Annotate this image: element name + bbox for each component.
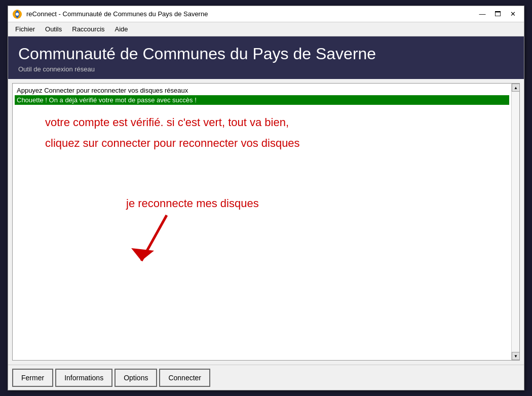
annotation-arrow bbox=[126, 210, 227, 271]
scroll-up-button[interactable]: ▲ bbox=[512, 84, 520, 92]
annotation-text-1: votre compte est vérifié. si c'est vert,… bbox=[15, 105, 509, 136]
scroll-down-button[interactable]: ▼ bbox=[512, 352, 520, 360]
arrow-annotation: je reconnecte mes disques bbox=[126, 197, 509, 273]
button-bar: Fermer Informations Options Connecter bbox=[8, 365, 524, 390]
menu-aide[interactable]: Aide bbox=[110, 23, 133, 35]
svg-marker-3 bbox=[131, 248, 154, 261]
minimize-button[interactable]: — bbox=[475, 9, 489, 20]
log-line-1: Appuyez Connecter pour reconnecter vos d… bbox=[15, 86, 509, 95]
close-button[interactable]: ✕ bbox=[506, 9, 520, 20]
app-header: Communauté de Communes du Pays de Savern… bbox=[8, 36, 524, 79]
app-title: Communauté de Communes du Pays de Savern… bbox=[18, 45, 514, 63]
scrollbar-track[interactable] bbox=[512, 92, 519, 352]
menu-bar: Fichier Outils Raccourcis Aide bbox=[8, 22, 524, 36]
scrollbar[interactable]: ▲ ▼ bbox=[511, 84, 519, 360]
menu-fichier[interactable]: Fichier bbox=[10, 23, 40, 35]
main-content: Appuyez Connecter pour reconnecter vos d… bbox=[8, 79, 524, 365]
window-controls: — 🗖 ✕ bbox=[475, 9, 520, 20]
annotation-text-2: cliquez sur connecter pour reconnecter v… bbox=[15, 136, 509, 156]
log-line-2: Chouette ! On a déjà vérifié votre mot d… bbox=[15, 95, 509, 105]
informations-button[interactable]: Informations bbox=[55, 369, 112, 387]
log-area[interactable]: Appuyez Connecter pour reconnecter vos d… bbox=[13, 84, 511, 360]
main-window: reConnect - Communauté de Communes du Pa… bbox=[8, 6, 524, 390]
close-app-button[interactable]: Fermer bbox=[12, 369, 53, 387]
title-bar: reConnect - Communauté de Communes du Pa… bbox=[8, 6, 524, 22]
app-icon bbox=[12, 9, 22, 19]
maximize-button[interactable]: 🗖 bbox=[490, 9, 505, 20]
window-title: reConnect - Communauté de Communes du Pa… bbox=[26, 10, 475, 18]
app-subtitle: Outil de connexion réseau bbox=[18, 65, 514, 73]
menu-raccourcis[interactable]: Raccourcis bbox=[67, 23, 109, 35]
svg-point-1 bbox=[16, 13, 19, 16]
annotation-text-3: je reconnecte mes disques bbox=[126, 197, 259, 210]
log-area-wrapper: Appuyez Connecter pour reconnecter vos d… bbox=[12, 83, 520, 361]
options-button[interactable]: Options bbox=[115, 369, 157, 387]
connect-button[interactable]: Connecter bbox=[159, 369, 210, 387]
menu-outils[interactable]: Outils bbox=[40, 23, 67, 35]
